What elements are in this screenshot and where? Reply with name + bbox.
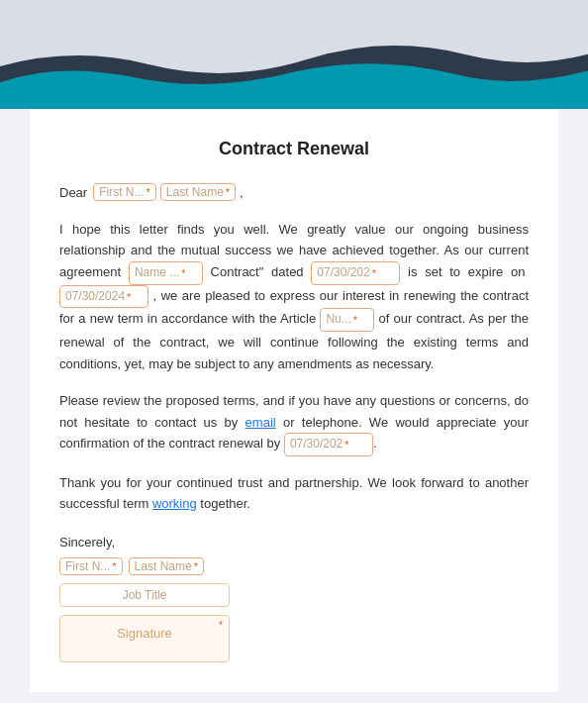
signer-last-name-field[interactable]: Last Name* <box>129 557 204 575</box>
last-name-field[interactable]: Last Name* <box>160 183 236 201</box>
first-name-field[interactable]: First N...* <box>93 183 156 201</box>
contract-name-field[interactable]: Name ...* <box>129 261 203 285</box>
signature-field[interactable]: Signature * <box>59 615 230 662</box>
email-link[interactable]: email <box>245 415 276 430</box>
working-link: working <box>152 496 197 511</box>
wave-teal <box>0 56 588 109</box>
body-paragraph-1: I hope this letter finds you well. We gr… <box>59 219 529 374</box>
date-expire-field[interactable]: 07/30/2024* <box>59 285 148 309</box>
dear-label: Dear <box>59 185 87 200</box>
document-body: Contract Renewal Dear First N...* Last N… <box>30 109 558 692</box>
date-signed-field[interactable]: 07/30/202* <box>311 261 400 285</box>
signer-first-name-field[interactable]: First N...* <box>59 557 123 575</box>
sincerely-label: Sincerely, <box>59 535 529 550</box>
sincerely-name-fields: First N...* Last Name* <box>59 557 529 575</box>
article-number-field[interactable]: Nu...* <box>320 308 374 332</box>
job-title-field[interactable]: Job Title <box>59 583 230 607</box>
confirmation-date-field[interactable]: 07/30/202* <box>284 433 373 456</box>
body-paragraph-3: Thank you for your continued trust and p… <box>59 472 529 515</box>
sincerely-section: Sincerely, First N...* Last Name* Job Ti… <box>59 535 529 662</box>
body-paragraph-2: Please review the proposed terms, and if… <box>59 390 529 456</box>
page-title: Contract Renewal <box>59 139 529 159</box>
header-background <box>0 0 588 109</box>
comma: , <box>240 185 244 200</box>
dear-line: Dear First N...* Last Name* , <box>59 183 529 201</box>
